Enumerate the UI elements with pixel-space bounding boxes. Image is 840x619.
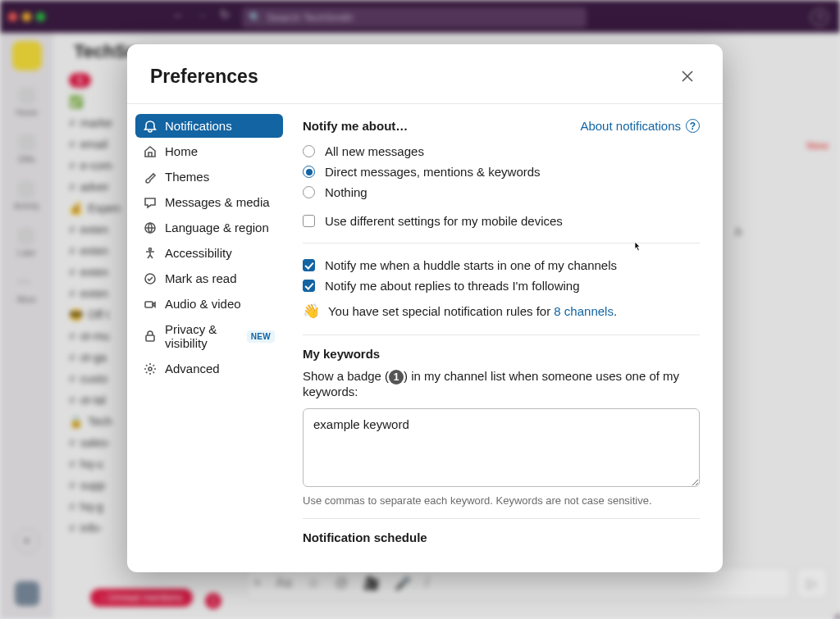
sidebar-item-label: Home [165,144,198,158]
new-badge: NEW [247,330,275,343]
svg-rect-3 [145,302,153,307]
keywords-input[interactable] [303,408,700,487]
notify-radio-1[interactable]: Direct messages, mentions & keywords [303,162,700,182]
badge-example: 1 [389,370,404,385]
modal-title: Preferences [150,66,258,88]
gear-icon [144,362,157,375]
help-circle-icon: ? [686,119,700,133]
notify-radio-2[interactable]: Nothing [303,182,700,203]
schedule-heading: Notification schedule [303,530,700,544]
video-icon [144,298,157,311]
brush-icon [144,171,157,184]
sidebar-item-themes[interactable]: Themes [135,165,283,189]
mobile-settings-label: Use different settings for my mobile dev… [325,214,563,228]
lock-icon [144,330,157,343]
special-rules-link[interactable]: 8 channels [554,304,614,318]
notify-radio-0[interactable]: All new messages [303,141,700,162]
thread-notify-label: Notify me about replies to threads I'm f… [325,279,580,293]
mobile-settings-checkbox[interactable]: Use different settings for my mobile dev… [303,211,700,231]
globe-icon [144,221,157,234]
sidebar-item-label: Themes [165,170,209,184]
radio-label: Direct messages, mentions & keywords [325,165,541,179]
chat-icon [144,196,157,209]
sidebar-item-label: Privacy & visibility [165,322,235,350]
huddle-notify-checkbox[interactable]: Notify me when a huddle starts in one of… [303,255,700,275]
sidebar-item-messages[interactable]: Messages & media [135,190,283,214]
sidebar-item-privacy[interactable]: Privacy & visibilityNEW [135,317,283,355]
preferences-content: Notify me about… About notifications ? A… [291,104,723,572]
radio-label: Nothing [325,185,368,199]
sidebar-item-notifications[interactable]: Notifications [135,114,283,138]
huddle-notify-label: Notify me when a huddle starts in one of… [325,258,617,272]
home-icon [144,145,157,158]
about-notifications-link[interactable]: About notifications ? [580,119,700,133]
sidebar-item-advanced[interactable]: Advanced [135,357,283,380]
special-rules-text: You have set special notification rules … [328,304,554,318]
sidebar-item-label: Advanced [165,362,220,375]
keywords-heading: My keywords [303,347,700,361]
svg-point-1 [149,248,152,250]
sidebar-item-audiovideo[interactable]: Audio & video [135,292,283,316]
thread-notify-checkbox[interactable]: Notify me about replies to threads I'm f… [303,275,700,296]
close-button[interactable] [675,64,700,89]
sidebar-item-label: Mark as read [165,271,237,285]
sidebar-item-label: Notifications [165,119,232,133]
sidebar-item-accessibility[interactable]: Accessibility [135,241,283,265]
access-icon [144,247,157,260]
check-icon [144,272,157,285]
notify-heading: Notify me about… [303,119,408,133]
sidebar-item-home[interactable]: Home [135,139,283,163]
svg-point-5 [148,367,152,371]
sidebar-item-language[interactable]: Language & region [135,216,283,239]
radio-label: All new messages [325,144,424,158]
preferences-modal: Preferences NotificationsHomeThemesMessa… [127,44,723,572]
svg-rect-4 [146,335,154,341]
sidebar-item-label: Language & region [165,221,269,234]
sidebar-item-label: Audio & video [165,297,241,311]
sidebar-item-markasread[interactable]: Mark as read [135,266,283,290]
bell-icon [144,120,157,133]
sidebar-item-label: Messages & media [165,195,270,209]
sidebar-item-label: Accessibility [165,246,232,260]
preferences-sidebar: NotificationsHomeThemesMessages & mediaL… [127,104,291,572]
close-icon [680,69,695,84]
keywords-hint: Use commas to separate each keyword. Key… [303,494,700,507]
wave-icon: 👋 [303,303,320,319]
